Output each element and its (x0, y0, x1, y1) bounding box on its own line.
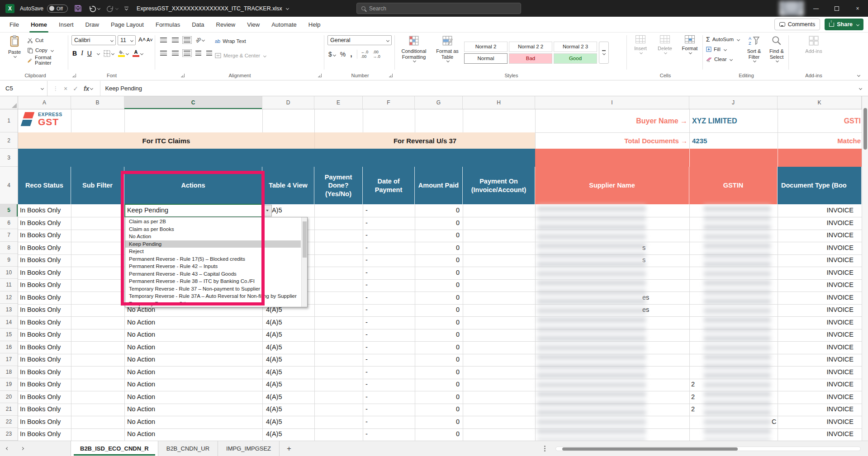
buyer-name-value[interactable]: XYZ LIMITED (692, 109, 777, 132)
cell-document-type[interactable]: INVOICE (778, 378, 854, 391)
row-header-2[interactable]: 2 (0, 132, 18, 149)
cell-amount-paid[interactable]: 0 (415, 291, 460, 304)
cell-reco-status[interactable]: In Books Only (20, 316, 70, 329)
cell-amount-paid[interactable]: 0 (415, 416, 460, 428)
fill-button[interactable]: Fill (706, 44, 740, 54)
currency-format-button[interactable]: $ (328, 51, 336, 58)
header-payment-on[interactable]: Payment On (Invoice/Account) (463, 167, 535, 204)
copy-button[interactable]: Copy (27, 45, 67, 55)
align-bottom-icon[interactable] (184, 38, 190, 42)
underline-dropdown-icon[interactable] (97, 52, 100, 55)
total-documents-value[interactable]: 4235 (692, 132, 777, 149)
align-left-icon[interactable] (160, 51, 167, 56)
expand-formula-bar-icon[interactable] (859, 87, 862, 90)
confirm-entry-button[interactable]: ✓ (73, 85, 78, 92)
cell-reco-status[interactable]: In Books Only (20, 378, 70, 391)
cell-date-of-payment[interactable]: - (365, 353, 411, 366)
format-as-table-button[interactable]: Format as Table (433, 33, 461, 72)
wrap-text-button[interactable]: ab Wrap Text (215, 36, 246, 46)
cell-date-of-payment[interactable]: - (365, 279, 411, 291)
column-header-F[interactable]: F (363, 96, 415, 109)
formula-content[interactable]: Keep Pending (100, 81, 858, 96)
column-header-B[interactable]: B (71, 96, 124, 109)
number-format-select[interactable]: General (327, 35, 392, 45)
row-header-12[interactable]: 12 (0, 291, 18, 304)
tab-insert[interactable]: Insert (53, 17, 80, 33)
row-header-16[interactable]: 16 (0, 341, 18, 354)
insert-cells-button[interactable]: Insert (630, 33, 651, 72)
maximize-button[interactable] (826, 0, 847, 17)
column-header-E[interactable]: E (314, 96, 363, 109)
style-chip[interactable]: Normal (464, 53, 508, 64)
header-supplier-name[interactable]: Supplier Name (535, 167, 689, 204)
avatar[interactable] (779, 1, 804, 16)
cell-date-of-payment[interactable]: - (365, 204, 411, 217)
cell-reco-status[interactable]: In Books Only (20, 341, 70, 354)
cell-document-type[interactable]: INVOICE (778, 353, 854, 366)
style-chip[interactable]: Normal 2 (464, 42, 508, 52)
row-header-11[interactable]: 11 (0, 279, 18, 291)
horizontal-scrollbar[interactable] (555, 447, 861, 451)
underline-button[interactable]: U (87, 50, 92, 57)
tab-view[interactable]: View (241, 17, 266, 33)
cell-document-type[interactable]: INVOICE (778, 416, 854, 428)
row-header-7[interactable]: 7 (0, 229, 18, 242)
column-header-H[interactable]: H (463, 96, 535, 109)
cell-table4-view[interactable]: 4(A)5 (266, 416, 312, 428)
cut-button[interactable]: Cut (27, 35, 67, 45)
conditional-formatting-button[interactable]: Conditional Formatting (397, 33, 431, 72)
cell-document-type[interactable]: INVOICE (778, 229, 854, 242)
cell-reco-status[interactable]: In Books Only (20, 279, 70, 291)
tabbar-grip-icon[interactable] (544, 446, 545, 447)
quick-access-customize-icon[interactable] (124, 7, 128, 10)
share-button[interactable]: Share (825, 19, 863, 30)
cell-table4-view[interactable]: 4(A)5 (266, 316, 312, 329)
align-middle-icon[interactable] (172, 38, 179, 42)
font-dialog-launcher-icon[interactable] (181, 74, 185, 77)
gstin-fragment[interactable]: 2 (691, 403, 695, 416)
cell-document-type[interactable]: INVOICE (778, 291, 854, 304)
header-date-of-payment[interactable]: Date of Payment (363, 167, 415, 204)
tab-draw[interactable]: Draw (80, 17, 105, 33)
search-input[interactable]: Search (356, 3, 521, 14)
cell-action[interactable]: No Action (127, 416, 258, 428)
cell-action[interactable]: No Action (127, 403, 258, 416)
cell-reco-status[interactable]: In Books Only (20, 403, 70, 416)
cell-amount-paid[interactable]: 0 (415, 353, 460, 366)
bold-button[interactable]: B (72, 50, 77, 57)
cell-date-of-payment[interactable]: - (365, 378, 411, 391)
cell-reco-status[interactable]: In Books Only (20, 291, 70, 304)
cell-document-type[interactable]: INVOICE (778, 279, 854, 291)
cell-action[interactable]: No Action (127, 378, 258, 391)
comments-button[interactable]: Comments (774, 19, 820, 30)
comma-format-button[interactable]: , (350, 50, 352, 58)
new-sheet-button[interactable]: + (280, 441, 299, 456)
cell-action[interactable]: No Action (127, 341, 258, 354)
gstin-fragment[interactable]: 2 (691, 391, 695, 404)
banner-itc-claims[interactable]: For ITC Claims (18, 132, 314, 149)
redo-button[interactable] (106, 5, 118, 12)
header-document-type[interactable]: Document Type (Boo (778, 167, 862, 204)
tab-page-layout[interactable]: Page Layout (105, 17, 150, 33)
row-header-6[interactable]: 6 (0, 217, 18, 230)
row-header-8[interactable]: 8 (0, 242, 18, 254)
row-header-5[interactable]: 5 (0, 204, 18, 217)
name-box[interactable]: C5 (0, 81, 47, 96)
header-reco-status[interactable]: Reco Status (18, 167, 71, 204)
redo-dropdown-icon[interactable] (115, 7, 119, 10)
cell-amount-paid[interactable]: 0 (415, 279, 460, 291)
tab-automate[interactable]: Automate (266, 17, 303, 33)
vertical-scroll-thumb[interactable] (863, 108, 867, 150)
cell-table4-view[interactable]: 4(A)5 (266, 391, 312, 404)
copy-dropdown-icon[interactable] (51, 48, 54, 52)
cell-reco-status[interactable]: In Books Only (20, 304, 70, 316)
collapse-ribbon-icon[interactable] (857, 74, 860, 77)
row-header-4[interactable]: 4 (0, 167, 18, 204)
cell-action[interactable]: No Action (127, 353, 258, 366)
decrease-decimal-icon[interactable]: .00→.0 (373, 50, 380, 59)
cell-action[interactable]: No Action (127, 391, 258, 404)
sheet-nav-right-icon[interactable] (15, 441, 30, 456)
cell-table4-view[interactable]: 4(A)5 (266, 378, 312, 391)
cell-table4-view[interactable]: 4(A)5 (266, 341, 312, 354)
cell-date-of-payment[interactable]: - (365, 291, 411, 304)
